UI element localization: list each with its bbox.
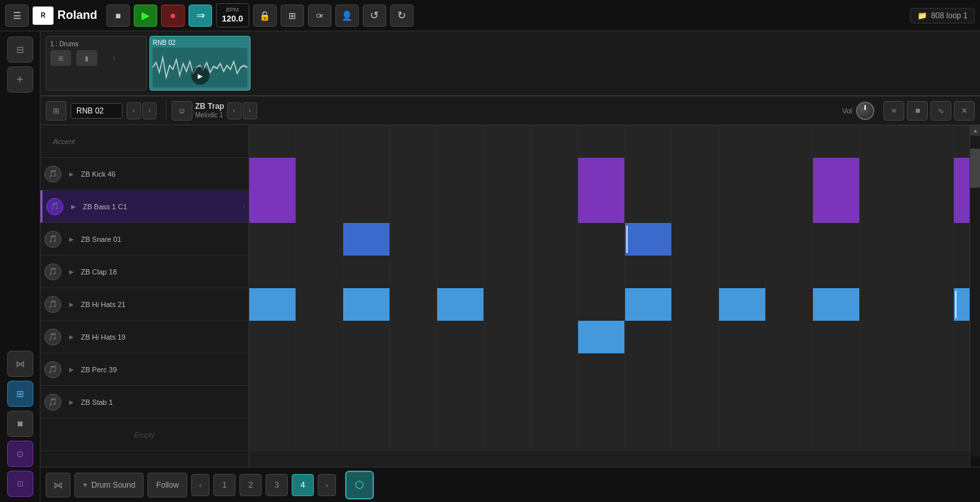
step-cell[interactable] xyxy=(625,125,672,158)
record-button[interactable]: ● xyxy=(161,5,185,27)
step-cell[interactable] xyxy=(437,353,484,386)
step-cell[interactable] xyxy=(249,288,296,321)
step-cell[interactable] xyxy=(578,223,625,256)
add-drum-sound-button[interactable]: + Drum Sound xyxy=(74,473,144,497)
step-cell[interactable] xyxy=(578,190,625,223)
step-cell[interactable] xyxy=(578,386,625,419)
step-cell[interactable] xyxy=(390,190,437,223)
step-cell[interactable] xyxy=(860,386,907,419)
step-cell[interactable] xyxy=(719,158,766,190)
step-cell[interactable] xyxy=(813,190,860,223)
snare-play-btn[interactable]: ▶ xyxy=(65,233,77,245)
scroll-thumb[interactable] xyxy=(970,149,980,188)
step-cell[interactable] xyxy=(390,353,437,386)
step-cell[interactable] xyxy=(860,419,907,451)
step-cell[interactable] xyxy=(343,125,390,158)
step-cell[interactable] xyxy=(719,386,766,419)
bpm-display[interactable]: BPM 120.0 xyxy=(216,3,249,27)
step-cell[interactable] xyxy=(907,419,954,451)
step-cell[interactable] xyxy=(954,288,970,321)
page-btn-1[interactable]: 1 xyxy=(213,474,236,496)
step-cell[interactable] xyxy=(672,223,719,256)
step-cell[interactable] xyxy=(437,386,484,419)
project-name[interactable]: 📁 808 loop 1 xyxy=(910,8,975,23)
step-cell[interactable] xyxy=(766,223,813,256)
step-cell[interactable] xyxy=(625,288,672,321)
follow-button[interactable]: Follow xyxy=(147,473,187,497)
wave-btn[interactable]: ∿ xyxy=(930,101,951,121)
lock-button[interactable]: 🔒 xyxy=(253,5,277,27)
step-cell[interactable] xyxy=(437,223,484,256)
step-cell[interactable] xyxy=(531,288,578,321)
step-cell[interactable] xyxy=(672,321,719,353)
step-cell[interactable] xyxy=(578,158,625,190)
step-cell[interactable] xyxy=(296,288,343,321)
step-cell[interactable] xyxy=(296,125,343,158)
step-cell[interactable] xyxy=(860,125,907,158)
drums-track-slot[interactable]: 1 : Drums ⊞ ▮ › xyxy=(46,36,147,91)
vol-knob[interactable] xyxy=(856,102,874,120)
step-cell[interactable] xyxy=(296,353,343,386)
step-cell[interactable] xyxy=(766,125,813,158)
step-cell[interactable] xyxy=(390,158,437,190)
rnb02-play-btn[interactable]: ▶ xyxy=(191,66,209,85)
chord-button[interactable]: Orr xyxy=(308,5,331,27)
step-cell[interactable] xyxy=(531,386,578,419)
bass-play-btn[interactable]: ▶ xyxy=(67,201,79,213)
step-cell[interactable] xyxy=(531,125,578,158)
step-cell[interactable] xyxy=(813,386,860,419)
step-cell[interactable] xyxy=(766,419,813,451)
kick-play-btn[interactable]: ▶ xyxy=(65,168,77,180)
step-cell[interactable] xyxy=(531,223,578,256)
step-cell[interactable] xyxy=(954,386,970,419)
step-cell[interactable] xyxy=(531,353,578,386)
step-cell[interactable] xyxy=(954,125,970,158)
step-cell[interactable] xyxy=(860,158,907,190)
step-cell[interactable] xyxy=(249,125,296,158)
step-cell[interactable] xyxy=(672,419,719,451)
step-cell[interactable] xyxy=(766,256,813,288)
page-btn-4[interactable]: 4 xyxy=(292,474,314,496)
inst-next-btn[interactable]: › xyxy=(243,102,257,119)
instrument-face-btn[interactable]: ☺ xyxy=(172,101,192,121)
step-cell[interactable] xyxy=(578,419,625,451)
step-cell[interactable] xyxy=(954,158,970,190)
sidebar-item-mixer[interactable]: ⋈ xyxy=(7,351,33,377)
pattern-next-btn[interactable]: › xyxy=(142,102,157,119)
step-cell[interactable] xyxy=(719,223,766,256)
step-cell[interactable] xyxy=(672,256,719,288)
step-cell[interactable] xyxy=(625,223,672,256)
step-cell[interactable] xyxy=(390,125,437,158)
step-cell[interactable] xyxy=(625,353,672,386)
step-cell[interactable] xyxy=(343,419,390,451)
step-cell[interactable] xyxy=(437,125,484,158)
pattern-grid-btn[interactable]: ⊞ xyxy=(46,101,67,121)
page-next-btn[interactable]: › xyxy=(318,474,336,496)
clap-play-btn[interactable]: ▶ xyxy=(65,266,77,278)
step-cell[interactable] xyxy=(437,256,484,288)
step-cell[interactable] xyxy=(531,419,578,451)
step-cell[interactable] xyxy=(484,386,531,419)
step-cell[interactable] xyxy=(907,256,954,288)
sidebar-item-edit[interactable]: ⊞ xyxy=(7,381,33,407)
step-cell[interactable] xyxy=(766,158,813,190)
grid-button[interactable]: ⊞ xyxy=(281,5,304,27)
step-cell[interactable] xyxy=(437,321,484,353)
step-cell[interactable] xyxy=(390,288,437,321)
step-cell[interactable] xyxy=(531,158,578,190)
step-cell[interactable] xyxy=(343,288,390,321)
step-cell[interactable] xyxy=(249,158,296,190)
step-cell[interactable] xyxy=(531,190,578,223)
step-cell[interactable] xyxy=(296,223,343,256)
step-cell[interactable] xyxy=(907,353,954,386)
step-cell[interactable] xyxy=(813,419,860,451)
step-cell[interactable] xyxy=(860,321,907,353)
step-cell[interactable] xyxy=(954,353,970,386)
drums-arrow[interactable]: › xyxy=(113,55,115,62)
step-cell[interactable] xyxy=(390,223,437,256)
step-cell[interactable] xyxy=(484,256,531,288)
step-cell[interactable] xyxy=(719,353,766,386)
step-cell[interactable] xyxy=(437,190,484,223)
step-cell[interactable] xyxy=(719,288,766,321)
step-cell[interactable] xyxy=(907,321,954,353)
